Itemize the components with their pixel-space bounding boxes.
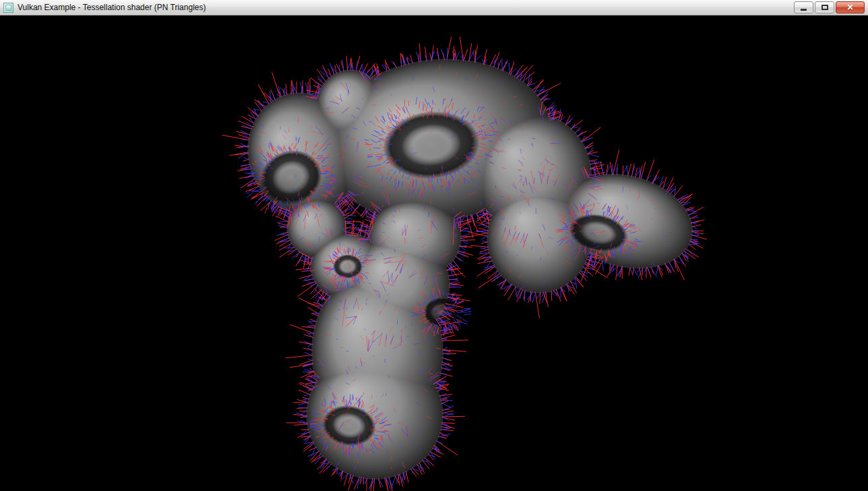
- vulkan-3d-viewport[interactable]: [0, 16, 868, 491]
- window-title: Vulkan Example - Tessellation shader (PN…: [18, 0, 790, 15]
- minimize-button[interactable]: [794, 1, 813, 13]
- maximize-icon: [822, 5, 828, 10]
- close-button[interactable]: ✕: [836, 1, 865, 13]
- app-window: Vulkan Example - Tessellation shader (PN…: [0, 0, 868, 491]
- titlebar[interactable]: Vulkan Example - Tessellation shader (PN…: [0, 0, 868, 16]
- app-icon: [3, 3, 13, 13]
- maximize-button[interactable]: [815, 1, 834, 13]
- caption-buttons: ✕: [794, 1, 865, 13]
- minimize-icon: [801, 9, 807, 11]
- close-icon: ✕: [846, 3, 853, 11]
- viewport-area: [0, 16, 868, 491]
